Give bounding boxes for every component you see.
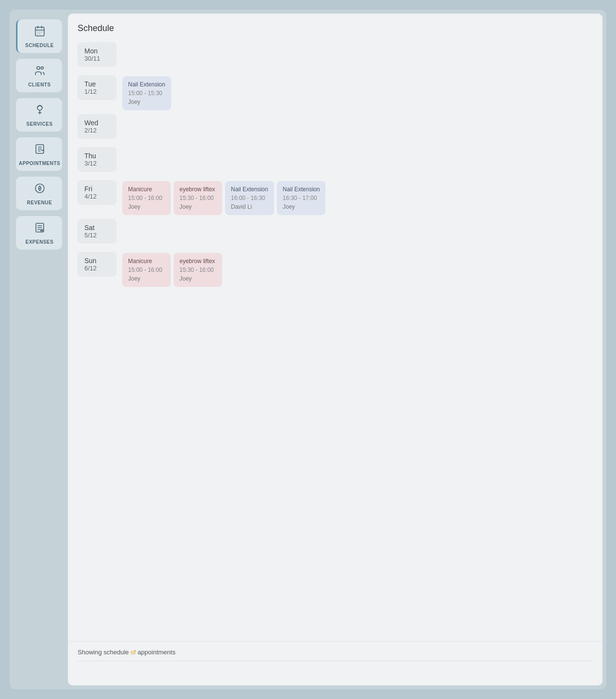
appt-service: Nail Extension bbox=[283, 185, 320, 194]
day-label: Thu3/12 bbox=[78, 147, 116, 172]
appt-time: 15:00 - 16:00 bbox=[128, 266, 165, 274]
services-icon bbox=[34, 104, 46, 118]
day-name: Fri bbox=[84, 185, 110, 193]
app-container: SCHEDULE CLIENTS SERVICES APPOINTMENTS R… bbox=[10, 10, 606, 689]
sidebar-item-clients[interactable]: CLIENTS bbox=[16, 59, 62, 92]
divider bbox=[78, 661, 593, 661]
day-date: 30/11 bbox=[84, 55, 110, 62]
sidebar-item-label: REVENUE bbox=[27, 200, 52, 205]
bottom-area: Showing schedule of appointments bbox=[68, 641, 602, 685]
sidebar-item-appointments[interactable]: APPOINTMENTS bbox=[16, 137, 62, 171]
day-date: 2/12 bbox=[84, 127, 110, 134]
sidebar-item-schedule[interactable]: SCHEDULE bbox=[16, 19, 62, 53]
day-name: Wed bbox=[84, 119, 110, 127]
clients-icon bbox=[34, 65, 46, 79]
revenue-icon bbox=[34, 183, 46, 197]
day-row: Fri4/12 Manicure 15:00 - 16:00 Joey eyeb… bbox=[78, 180, 593, 215]
appointment-card[interactable]: eyebrow liftex 15:30 - 16:00 Joey bbox=[174, 253, 222, 287]
day-row: Thu3/12 bbox=[78, 147, 593, 176]
appt-person: Joey bbox=[128, 202, 165, 211]
day-label: Wed2/12 bbox=[78, 114, 116, 139]
appt-service: eyebrow liftex bbox=[179, 257, 216, 266]
day-row: Mon30/11 bbox=[78, 42, 593, 71]
day-date: 6/12 bbox=[84, 265, 110, 272]
appt-person: Joey bbox=[179, 274, 216, 283]
appt-person: Joey bbox=[128, 274, 165, 283]
schedule-panel: Schedule Mon30/11Tue1/12 Nail Extension … bbox=[68, 14, 602, 641]
day-row: Sun6/12 Manicure 15:00 - 16:00 Joey eyeb… bbox=[78, 252, 593, 287]
day-date: 3/12 bbox=[84, 160, 110, 167]
appt-service: Nail Extension bbox=[231, 185, 268, 194]
appt-person: Joey bbox=[179, 202, 216, 211]
appointment-card[interactable]: Nail Extension 15:00 - 15:30 Joey bbox=[122, 76, 171, 110]
day-appointments: Manicure 15:00 - 16:00 Joey eyebrow lift… bbox=[122, 252, 593, 287]
sidebar-item-label: APPOINTMENTS bbox=[19, 161, 60, 166]
day-row: Sat5/12 bbox=[78, 219, 593, 248]
svg-point-10 bbox=[41, 67, 43, 69]
appt-time: 15:00 - 16:00 bbox=[128, 194, 165, 202]
appt-time: 15:30 - 16:00 bbox=[179, 194, 216, 202]
sidebar-item-label: EXPENSES bbox=[26, 239, 54, 245]
day-label: Fri4/12 bbox=[78, 180, 116, 205]
appt-person: David Li bbox=[231, 202, 268, 211]
day-name: Mon bbox=[84, 47, 110, 55]
schedule-icon bbox=[34, 25, 46, 40]
main-content: Schedule Mon30/11Tue1/12 Nail Extension … bbox=[68, 14, 602, 685]
day-date: 1/12 bbox=[84, 88, 110, 95]
sidebar-item-services[interactable]: SERVICES bbox=[16, 98, 62, 132]
status-text: Showing schedule of appointments bbox=[78, 649, 593, 656]
day-name: Sat bbox=[84, 224, 110, 232]
appointment-card[interactable]: Manicure 15:00 - 16:00 Joey bbox=[122, 181, 171, 215]
appt-service: Manicure bbox=[128, 185, 165, 194]
day-label: Sun6/12 bbox=[78, 252, 116, 277]
status-highlight: of bbox=[130, 649, 136, 656]
expenses-icon bbox=[34, 222, 46, 236]
sidebar-item-expenses[interactable]: EXPENSES bbox=[16, 216, 62, 250]
appointment-card[interactable]: Manicure 15:00 - 16:00 Joey bbox=[122, 253, 171, 287]
appointment-card[interactable]: Nail Extension 16:00 - 16:30 David Li bbox=[225, 181, 274, 215]
sidebar-item-label: CLIENTS bbox=[28, 82, 50, 87]
day-appointments bbox=[122, 42, 593, 43]
sidebar-item-label: SCHEDULE bbox=[25, 43, 54, 48]
page-title: Schedule bbox=[78, 23, 593, 33]
appt-time: 15:00 - 15:30 bbox=[128, 89, 165, 98]
appt-person: Joey bbox=[128, 98, 165, 106]
sidebar-item-revenue[interactable]: REVENUE bbox=[16, 177, 62, 210]
appt-time: 16:30 - 17:00 bbox=[283, 194, 320, 202]
day-appointments bbox=[122, 219, 593, 220]
day-appointments: Manicure 15:00 - 16:00 Joey eyebrow lift… bbox=[122, 180, 593, 215]
svg-rect-0 bbox=[35, 27, 44, 36]
day-name: Tue bbox=[84, 80, 110, 88]
appt-service: Nail Extension bbox=[128, 80, 165, 89]
day-label: Tue1/12 bbox=[78, 75, 116, 100]
sidebar: SCHEDULE CLIENTS SERVICES APPOINTMENTS R… bbox=[10, 10, 68, 689]
appt-time: 16:00 - 16:30 bbox=[231, 194, 268, 202]
day-appointments: Nail Extension 15:00 - 15:30 Joey bbox=[122, 75, 593, 110]
appt-service: Manicure bbox=[128, 257, 165, 266]
day-row: Wed2/12 bbox=[78, 114, 593, 143]
appt-service: eyebrow liftex bbox=[179, 185, 216, 194]
appointment-card[interactable]: Nail Extension 16:30 - 17:00 Joey bbox=[277, 181, 326, 215]
day-appointments bbox=[122, 147, 593, 148]
day-label: Mon30/11 bbox=[78, 42, 116, 67]
day-row: Tue1/12 Nail Extension 15:00 - 15:30 Joe… bbox=[78, 75, 593, 110]
day-name: Thu bbox=[84, 152, 110, 160]
schedule-rows: Mon30/11Tue1/12 Nail Extension 15:00 - 1… bbox=[78, 42, 593, 287]
chat-input[interactable] bbox=[78, 665, 593, 679]
appt-person: Joey bbox=[283, 202, 320, 211]
appointments-icon bbox=[34, 143, 46, 158]
appointment-card[interactable]: eyebrow liftex 15:30 - 16:00 Joey bbox=[174, 181, 222, 215]
svg-point-9 bbox=[37, 67, 40, 69]
day-date: 4/12 bbox=[84, 193, 110, 200]
day-label: Sat5/12 bbox=[78, 219, 116, 244]
day-name: Sun bbox=[84, 257, 110, 265]
day-appointments bbox=[122, 114, 593, 115]
appt-time: 15:30 - 16:00 bbox=[179, 266, 216, 274]
day-date: 5/12 bbox=[84, 232, 110, 239]
sidebar-item-label: SERVICES bbox=[26, 121, 52, 127]
